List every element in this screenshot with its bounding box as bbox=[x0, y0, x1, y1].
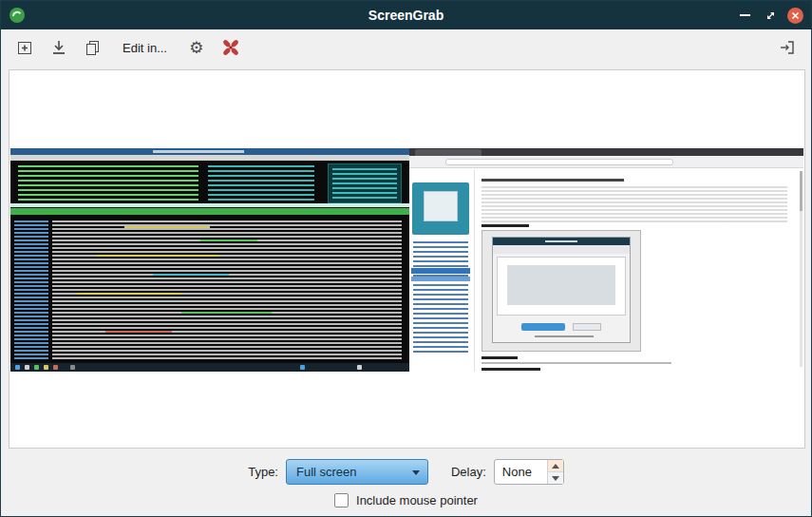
settings-button[interactable]: ⚙ bbox=[180, 33, 213, 62]
sidebar-image bbox=[412, 182, 469, 235]
mini-title-text bbox=[545, 240, 577, 242]
delay-label: Delay: bbox=[451, 465, 486, 479]
htop-meters bbox=[18, 165, 198, 201]
close-button[interactable] bbox=[787, 8, 803, 24]
firefox-urlbar bbox=[445, 159, 673, 165]
firefox-tab bbox=[415, 149, 482, 156]
htop-selected-row bbox=[10, 208, 409, 215]
about-screengrab-button[interactable] bbox=[215, 33, 247, 62]
page-paragraph-lines bbox=[482, 186, 787, 222]
version-text-line bbox=[482, 362, 671, 364]
close-icon bbox=[790, 10, 801, 21]
terminal-titlebar bbox=[10, 148, 409, 155]
new-screenshot-icon bbox=[15, 38, 34, 57]
mini-delay-spinner bbox=[573, 323, 601, 331]
mini-preview-content bbox=[507, 265, 615, 305]
firefox-navbar bbox=[409, 156, 803, 168]
terminal-info-box bbox=[328, 163, 402, 203]
screenshot-heading-line bbox=[482, 224, 529, 227]
embedded-screenshot bbox=[482, 230, 641, 352]
log-timestamps bbox=[14, 220, 48, 361]
firefox-window bbox=[409, 148, 803, 372]
htop-header-row bbox=[10, 203, 409, 207]
spin-down-icon bbox=[552, 476, 559, 481]
log-accent bbox=[96, 255, 219, 257]
include-pointer-checkbox[interactable] bbox=[334, 493, 349, 507]
page-heading-line bbox=[482, 179, 624, 182]
log-accent bbox=[105, 331, 172, 333]
spinner-buttons bbox=[547, 460, 563, 484]
minimize-button[interactable] bbox=[736, 7, 753, 24]
copy-icon bbox=[84, 38, 103, 57]
log-accent bbox=[77, 293, 181, 295]
new-screenshot-button[interactable] bbox=[9, 33, 41, 62]
quit-icon bbox=[778, 38, 797, 57]
log-lines bbox=[52, 220, 402, 361]
screengrab-window: ScreenGrab Edit in... ⚙ bbox=[0, 0, 812, 517]
window-title: ScreenGrab bbox=[1, 8, 811, 23]
delay-value: None bbox=[502, 465, 532, 479]
maximize-button[interactable] bbox=[762, 7, 779, 24]
log-accent bbox=[153, 274, 229, 276]
sidebar-selected-item bbox=[411, 268, 470, 274]
screengrab-logo-icon bbox=[220, 37, 241, 58]
delay-spinner[interactable]: None bbox=[494, 459, 564, 485]
mini-toolbar bbox=[493, 245, 630, 254]
type-dropdown[interactable]: Full screen bbox=[286, 459, 428, 485]
terminal-menubar bbox=[10, 155, 409, 161]
firefox-page bbox=[409, 169, 803, 372]
preview-area bbox=[9, 69, 805, 449]
sidebar-image-inner bbox=[424, 191, 458, 221]
save-icon bbox=[49, 38, 68, 57]
log-accent bbox=[200, 239, 257, 241]
type-label: Type: bbox=[248, 465, 278, 479]
edit-in-button[interactable]: Edit in... bbox=[111, 33, 179, 62]
spin-down-button[interactable] bbox=[548, 472, 563, 484]
sidebar-selected-sub bbox=[411, 277, 470, 281]
app-logo-icon bbox=[9, 7, 26, 24]
firefox-scrollbar bbox=[800, 171, 803, 367]
sidebar-links bbox=[413, 241, 468, 354]
quit-button[interactable] bbox=[771, 33, 803, 62]
minimize-icon bbox=[740, 14, 750, 16]
screenshot-preview bbox=[10, 148, 803, 372]
controls-bar: Type: Full screen Delay: None Include mo… bbox=[1, 454, 811, 517]
firefox-titlebar bbox=[409, 148, 803, 156]
copy-button[interactable] bbox=[77, 33, 109, 62]
spin-up-button[interactable] bbox=[548, 460, 563, 472]
mini-titlebar bbox=[493, 238, 630, 245]
htop-stats bbox=[208, 165, 314, 201]
spin-up-icon bbox=[552, 464, 559, 469]
gear-icon: ⚙ bbox=[189, 40, 203, 56]
terminal-title-text bbox=[153, 150, 244, 153]
mini-screengrab-window bbox=[492, 237, 631, 343]
titlebar: ScreenGrab bbox=[1, 1, 811, 29]
mini-type-dropdown bbox=[521, 323, 565, 331]
taskbar-icons bbox=[15, 365, 20, 370]
sidebar-divider bbox=[474, 169, 475, 372]
log-accent bbox=[181, 312, 272, 314]
maximize-icon bbox=[765, 10, 777, 22]
desktop-taskbar bbox=[10, 363, 409, 372]
mini-preview bbox=[497, 257, 626, 316]
include-pointer-label: Include mouse pointer bbox=[356, 493, 478, 507]
info-box-lines bbox=[332, 168, 397, 199]
terminal-window bbox=[10, 148, 409, 372]
chevron-down-icon bbox=[412, 470, 420, 475]
firefox-scrollbar-thumb bbox=[800, 171, 803, 211]
toolbar: Edit in... ⚙ bbox=[1, 29, 811, 66]
how-to-launch-heading-line bbox=[482, 368, 540, 371]
log-accent bbox=[124, 226, 210, 228]
type-value: Full screen bbox=[296, 465, 357, 479]
version-heading-line bbox=[482, 356, 518, 359]
mini-checkbox-row bbox=[535, 335, 594, 337]
save-button[interactable] bbox=[43, 33, 75, 62]
